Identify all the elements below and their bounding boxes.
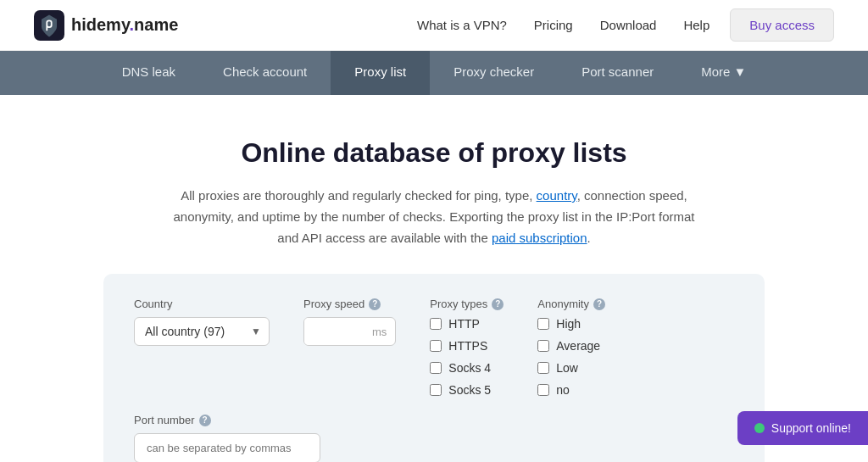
nav-links: What is a VPN? Pricing Download Help [417, 18, 709, 32]
country-link[interactable]: country [537, 188, 577, 203]
logo-text: hidemy.name [71, 15, 178, 35]
speed-unit: ms [372, 319, 395, 345]
support-button[interactable]: Support online! [737, 411, 868, 445]
logo-icon [34, 10, 64, 41]
checkbox-high-input[interactable] [537, 318, 549, 330]
checkbox-socks5-input[interactable] [430, 384, 442, 396]
nav-what-is-vpn[interactable]: What is a VPN? [417, 18, 507, 32]
filter-group-anonymity: Anonymity ? High Average Low [537, 298, 605, 397]
checkbox-socks5[interactable]: Socks 5 [430, 383, 504, 397]
checkbox-average[interactable]: Average [537, 339, 605, 353]
checkbox-low[interactable]: Low [537, 361, 605, 375]
support-online-indicator [754, 423, 765, 433]
port-label: Port number ? [134, 414, 320, 426]
top-navigation: hidemy.name What is a VPN? Pricing Downl… [0, 0, 868, 51]
proxy-speed-input[interactable] [304, 318, 372, 345]
checkbox-no-input[interactable] [537, 384, 549, 396]
checkbox-no-label: no [556, 383, 570, 397]
anonymity-checkboxes: High Average Low no [537, 317, 605, 397]
checkbox-https-input[interactable] [430, 340, 442, 352]
speed-input-wrapper: ms [303, 317, 396, 346]
checkbox-average-label: Average [556, 339, 600, 353]
filter-group-port: Port number ? [134, 414, 320, 462]
subnav-check-account[interactable]: Check account [199, 51, 331, 95]
subnav-proxy-checker[interactable]: Proxy checker [430, 51, 558, 95]
support-label: Support online! [771, 421, 851, 435]
sub-navigation: DNS leak Check account Proxy list Proxy … [0, 51, 868, 95]
filter-group-country: Country All country (97) ▼ [134, 298, 270, 346]
subnav-proxy-list[interactable]: Proxy list [331, 51, 430, 95]
subnav-more-label: More [701, 64, 730, 79]
checkbox-http-label: HTTP [448, 317, 480, 331]
nav-help[interactable]: Help [683, 18, 709, 32]
hero-description: All proxies are thoroughly and regularly… [171, 186, 697, 248]
anonymity-info-icon[interactable]: ? [593, 298, 605, 310]
hero-section: Online database of proxy lists All proxi… [0, 95, 868, 462]
proxy-speed-label: Proxy speed ? [303, 298, 396, 310]
port-input[interactable] [134, 433, 320, 462]
checkbox-socks5-label: Socks 5 [448, 383, 491, 397]
proxy-types-label: Proxy types ? [430, 298, 504, 310]
country-dropdown[interactable]: All country (97) [134, 317, 270, 346]
subnav-dns-leak[interactable]: DNS leak [98, 51, 199, 95]
filter-panel: Country All country (97) ▼ Proxy speed ?… [103, 274, 765, 462]
checkbox-high-label: High [556, 317, 581, 331]
checkbox-https[interactable]: HTTPS [430, 339, 504, 353]
proxy-speed-info-icon[interactable]: ? [369, 298, 381, 310]
checkbox-high[interactable]: High [537, 317, 605, 331]
proxy-types-checkboxes: HTTP HTTPS Socks 4 Socks 5 [430, 317, 504, 397]
checkbox-socks4[interactable]: Socks 4 [430, 361, 504, 375]
logo[interactable]: hidemy.name [34, 10, 178, 41]
filter-group-proxy-types: Proxy types ? HTTP HTTPS Socks 4 [430, 298, 504, 397]
checkbox-http[interactable]: HTTP [430, 317, 504, 331]
filter-row-top: Country All country (97) ▼ Proxy speed ?… [134, 298, 734, 397]
anonymity-label: Anonymity ? [537, 298, 605, 310]
filter-group-proxy-speed: Proxy speed ? ms [303, 298, 396, 346]
checkbox-socks4-input[interactable] [430, 362, 442, 374]
port-info-icon[interactable]: ? [199, 415, 211, 426]
subnav-port-scanner[interactable]: Port scanner [558, 51, 677, 95]
checkbox-http-input[interactable] [430, 318, 442, 330]
checkbox-average-input[interactable] [537, 340, 549, 352]
nav-download[interactable]: Download [600, 18, 657, 32]
checkbox-low-label: Low [556, 361, 578, 375]
buy-access-button[interactable]: Buy access [730, 8, 834, 42]
checkbox-no[interactable]: no [537, 383, 605, 397]
filter-row-bottom: Port number ? [134, 414, 734, 462]
country-select-wrapper: All country (97) ▼ [134, 317, 270, 346]
subnav-more[interactable]: More ▼ [677, 51, 770, 95]
paid-subscription-link[interactable]: paid subscription [492, 231, 587, 245]
nav-pricing[interactable]: Pricing [534, 18, 573, 32]
checkbox-low-input[interactable] [537, 362, 549, 374]
checkbox-socks4-label: Socks 4 [448, 361, 491, 375]
checkbox-https-label: HTTPS [448, 339, 487, 353]
page-title: Online database of proxy lists [34, 137, 834, 169]
chevron-down-icon: ▼ [733, 64, 746, 79]
proxy-types-info-icon[interactable]: ? [492, 298, 504, 310]
country-label: Country [134, 298, 270, 310]
